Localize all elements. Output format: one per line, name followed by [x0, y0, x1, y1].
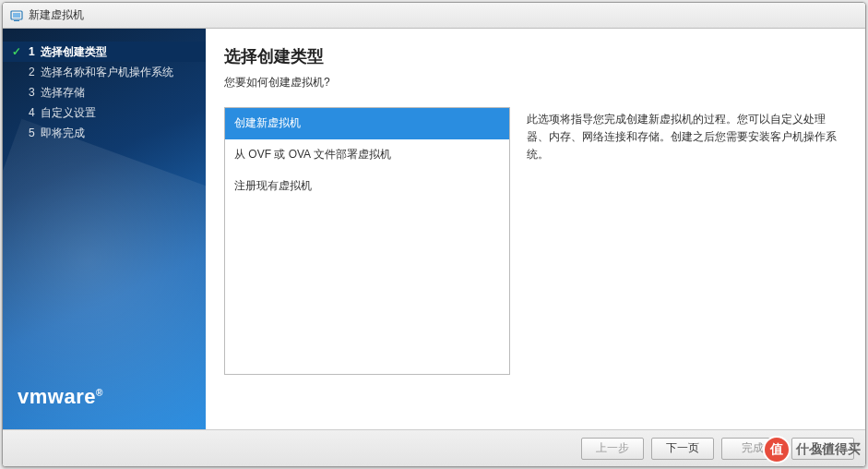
step-label: 自定义设置 — [41, 105, 96, 121]
step-5[interactable]: ✓ 5 即将完成 — [3, 123, 206, 143]
option-register-existing[interactable]: 注册现有虚拟机 — [225, 171, 509, 202]
logo-text: vmware — [18, 385, 96, 408]
wizard-sidebar: ✓ 1 选择创建类型 ✓ 2 选择名称和客户机操作系统 ✓ 3 选择存储 ✓ 4… — [3, 29, 206, 429]
check-icon: ✓ — [10, 126, 23, 139]
step-num: 3 — [29, 86, 35, 99]
check-icon: ✓ — [10, 66, 23, 78]
svg-rect-1 — [13, 13, 20, 18]
step-2[interactable]: ✓ 2 选择名称和客户机操作系统 — [3, 62, 206, 82]
cancel-button[interactable]: 取消 — [791, 438, 854, 460]
step-label: 即将完成 — [41, 126, 85, 141]
creation-type-list[interactable]: 创建新虚拟机 从 OVF 或 OVA 文件部署虚拟机 注册现有虚拟机 — [224, 107, 510, 375]
step-label: 选择创建类型 — [41, 44, 107, 60]
step-num: 5 — [29, 126, 35, 139]
window-title: 新建虚拟机 — [29, 7, 84, 23]
step-label: 选择存储 — [41, 85, 85, 101]
check-icon: ✓ — [10, 86, 23, 99]
finish-button[interactable]: 完成 — [721, 438, 784, 460]
trademark: ® — [96, 388, 103, 398]
page-subtitle: 您要如何创建虚拟机? — [224, 75, 847, 90]
step-num: 2 — [29, 66, 35, 78]
step-1[interactable]: ✓ 1 选择创建类型 — [3, 42, 206, 62]
page-heading: 选择创建类型 — [224, 45, 847, 67]
step-4[interactable]: ✓ 4 自定义设置 — [3, 102, 206, 123]
content-area: ✓ 1 选择创建类型 ✓ 2 选择名称和客户机操作系统 ✓ 3 选择存储 ✓ 4… — [3, 29, 865, 429]
wizard-window: 新建虚拟机 ✓ 1 选择创建类型 ✓ 2 选择名称和客户机操作系统 ✓ 3 选择… — [2, 2, 866, 467]
step-num: 4 — [29, 106, 35, 119]
step-3[interactable]: ✓ 3 选择存储 — [3, 82, 206, 102]
next-button[interactable]: 下一页 — [651, 438, 714, 460]
check-icon: ✓ — [10, 45, 23, 58]
vm-icon — [10, 9, 23, 22]
option-label: 从 OVF 或 OVA 文件部署虚拟机 — [234, 148, 391, 161]
step-num: 1 — [29, 45, 35, 58]
wizard-footer: 上一步 下一页 完成 取消 — [3, 429, 865, 466]
option-description: 此选项将指导您完成创建新虚拟机的过程。您可以自定义处理器、内存、网络连接和存储。… — [527, 107, 847, 420]
option-create-new[interactable]: 创建新虚拟机 — [225, 108, 509, 139]
titlebar: 新建虚拟机 — [3, 3, 865, 29]
svg-rect-2 — [14, 20, 19, 21]
prev-button[interactable]: 上一步 — [581, 438, 644, 460]
check-icon: ✓ — [10, 106, 23, 119]
option-label: 注册现有虚拟机 — [234, 179, 312, 192]
option-deploy-ovf[interactable]: 从 OVF 或 OVA 文件部署虚拟机 — [225, 139, 509, 171]
option-label: 创建新虚拟机 — [234, 116, 301, 129]
options-area: 创建新虚拟机 从 OVF 或 OVA 文件部署虚拟机 注册现有虚拟机 此选项将指… — [224, 107, 847, 420]
step-label: 选择名称和客户机操作系统 — [41, 65, 173, 80]
vmware-logo: vmware® — [18, 385, 103, 409]
main-panel: 选择创建类型 您要如何创建虚拟机? 创建新虚拟机 从 OVF 或 OVA 文件部… — [206, 29, 865, 429]
